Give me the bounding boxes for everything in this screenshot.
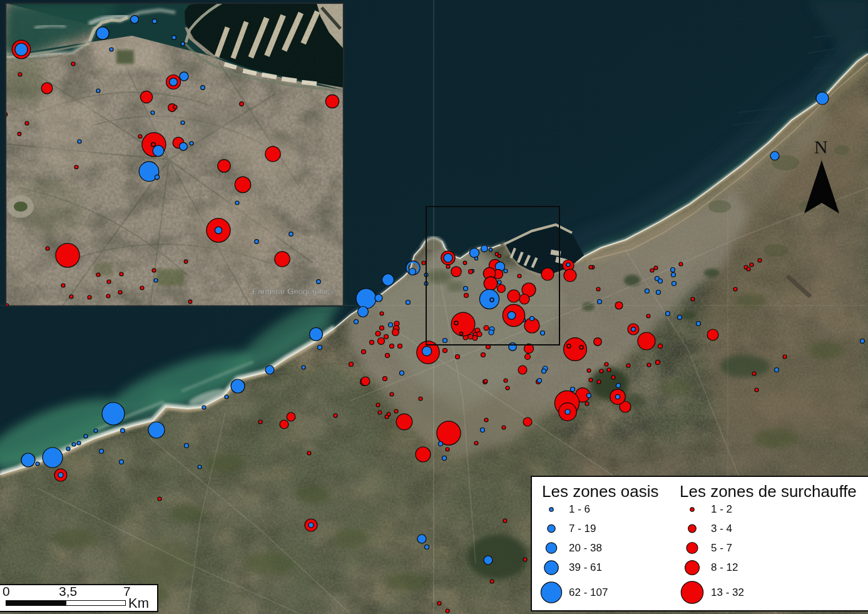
svg-text:N: N — [814, 136, 828, 157]
svg-text:Earthstar Geographics: Earthstar Geographics — [252, 287, 334, 296]
